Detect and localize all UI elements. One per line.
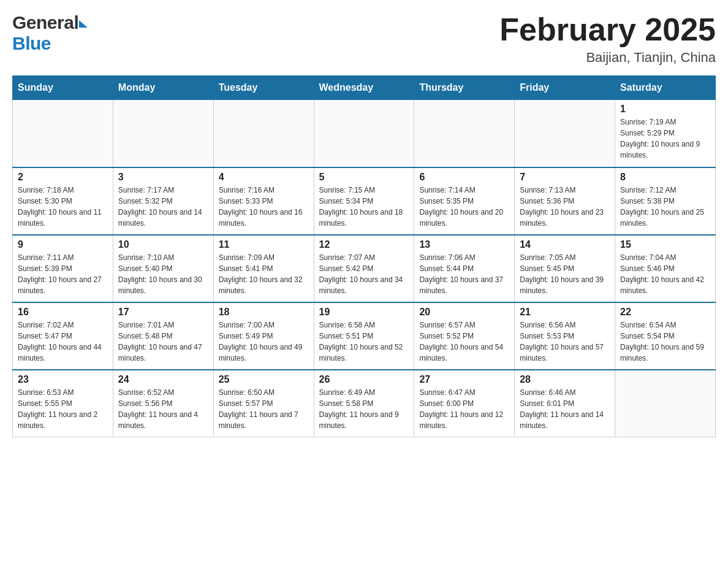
day-number: 17 — [118, 307, 208, 318]
day-number: 16 — [18, 307, 108, 318]
day-number: 4 — [219, 172, 309, 183]
week-row-2: 2Sunrise: 7:18 AM Sunset: 5:30 PM Daylig… — [13, 167, 716, 235]
calendar-cell — [113, 100, 213, 167]
weekday-header-tuesday: Tuesday — [213, 76, 314, 100]
calendar-cell: 3Sunrise: 7:17 AM Sunset: 5:32 PM Daylig… — [113, 167, 213, 235]
weekday-header-thursday: Thursday — [414, 76, 515, 100]
calendar-cell: 15Sunrise: 7:04 AM Sunset: 5:46 PM Dayli… — [615, 235, 716, 302]
day-number: 9 — [18, 239, 108, 250]
calendar-table: SundayMondayTuesdayWednesdayThursdayFrid… — [12, 75, 716, 437]
day-info: Sunrise: 7:17 AM Sunset: 5:32 PM Dayligh… — [118, 185, 208, 229]
location-title: Baijian, Tianjin, China — [499, 50, 716, 66]
day-number: 5 — [319, 172, 409, 183]
calendar-cell: 27Sunrise: 6:47 AM Sunset: 6:00 PM Dayli… — [414, 370, 515, 437]
calendar-cell: 9Sunrise: 7:11 AM Sunset: 5:39 PM Daylig… — [13, 235, 113, 302]
day-number: 3 — [118, 172, 208, 183]
day-info: Sunrise: 6:52 AM Sunset: 5:56 PM Dayligh… — [118, 387, 208, 431]
day-info: Sunrise: 7:06 AM Sunset: 5:44 PM Dayligh… — [419, 252, 509, 296]
week-row-4: 16Sunrise: 7:02 AM Sunset: 5:47 PM Dayli… — [13, 302, 716, 370]
calendar-cell: 7Sunrise: 7:13 AM Sunset: 5:36 PM Daylig… — [515, 167, 615, 235]
day-info: Sunrise: 7:13 AM Sunset: 5:36 PM Dayligh… — [520, 185, 610, 229]
day-info: Sunrise: 7:04 AM Sunset: 5:46 PM Dayligh… — [620, 252, 710, 296]
day-number: 20 — [419, 307, 509, 318]
calendar-cell: 12Sunrise: 7:07 AM Sunset: 5:42 PM Dayli… — [314, 235, 414, 302]
day-number: 12 — [319, 239, 409, 250]
calendar-cell: 20Sunrise: 6:57 AM Sunset: 5:52 PM Dayli… — [414, 302, 515, 370]
day-number: 24 — [118, 374, 208, 385]
weekday-header-row: SundayMondayTuesdayWednesdayThursdayFrid… — [13, 76, 716, 100]
day-number: 25 — [219, 374, 309, 385]
day-number: 8 — [620, 172, 710, 183]
weekday-header-sunday: Sunday — [13, 76, 113, 100]
calendar-cell: 5Sunrise: 7:15 AM Sunset: 5:34 PM Daylig… — [314, 167, 414, 235]
calendar-cell: 13Sunrise: 7:06 AM Sunset: 5:44 PM Dayli… — [414, 235, 515, 302]
logo-blue: Blue — [12, 33, 51, 54]
day-number: 1 — [620, 104, 710, 115]
month-title: February 2025 — [499, 12, 716, 47]
calendar-cell — [13, 100, 113, 167]
day-info: Sunrise: 6:58 AM Sunset: 5:51 PM Dayligh… — [319, 320, 409, 364]
day-info: Sunrise: 6:53 AM Sunset: 5:55 PM Dayligh… — [18, 387, 108, 431]
calendar-cell: 24Sunrise: 6:52 AM Sunset: 5:56 PM Dayli… — [113, 370, 213, 437]
day-number: 22 — [620, 307, 710, 318]
logo: General Blue — [12, 12, 88, 54]
day-info: Sunrise: 6:46 AM Sunset: 6:01 PM Dayligh… — [520, 387, 610, 431]
calendar-cell: 8Sunrise: 7:12 AM Sunset: 5:38 PM Daylig… — [615, 167, 716, 235]
calendar-cell: 16Sunrise: 7:02 AM Sunset: 5:47 PM Dayli… — [13, 302, 113, 370]
title-block: February 2025 Baijian, Tianjin, China — [499, 12, 716, 66]
day-number: 7 — [520, 172, 610, 183]
day-number: 14 — [520, 239, 610, 250]
calendar-cell: 23Sunrise: 6:53 AM Sunset: 5:55 PM Dayli… — [13, 370, 113, 437]
day-info: Sunrise: 6:57 AM Sunset: 5:52 PM Dayligh… — [419, 320, 509, 364]
weekday-header-wednesday: Wednesday — [314, 76, 414, 100]
calendar-cell: 6Sunrise: 7:14 AM Sunset: 5:35 PM Daylig… — [414, 167, 515, 235]
day-info: Sunrise: 7:11 AM Sunset: 5:39 PM Dayligh… — [18, 252, 108, 296]
day-info: Sunrise: 7:00 AM Sunset: 5:49 PM Dayligh… — [219, 320, 309, 364]
calendar-cell — [213, 100, 314, 167]
day-info: Sunrise: 7:19 AM Sunset: 5:29 PM Dayligh… — [620, 117, 710, 161]
day-number: 13 — [419, 239, 509, 250]
calendar-cell: 4Sunrise: 7:16 AM Sunset: 5:33 PM Daylig… — [213, 167, 314, 235]
day-info: Sunrise: 7:02 AM Sunset: 5:47 PM Dayligh… — [18, 320, 108, 364]
calendar-cell — [615, 370, 716, 437]
day-info: Sunrise: 7:01 AM Sunset: 5:48 PM Dayligh… — [118, 320, 208, 364]
calendar-cell: 17Sunrise: 7:01 AM Sunset: 5:48 PM Dayli… — [113, 302, 213, 370]
day-number: 2 — [18, 172, 108, 183]
day-number: 28 — [520, 374, 610, 385]
day-info: Sunrise: 7:15 AM Sunset: 5:34 PM Dayligh… — [319, 185, 409, 229]
day-number: 18 — [219, 307, 309, 318]
week-row-5: 23Sunrise: 6:53 AM Sunset: 5:55 PM Dayli… — [13, 370, 716, 437]
calendar-cell — [414, 100, 515, 167]
day-number: 23 — [18, 374, 108, 385]
calendar-cell: 22Sunrise: 6:54 AM Sunset: 5:54 PM Dayli… — [615, 302, 716, 370]
calendar-cell — [314, 100, 414, 167]
day-number: 27 — [419, 374, 509, 385]
day-info: Sunrise: 7:16 AM Sunset: 5:33 PM Dayligh… — [219, 185, 309, 229]
weekday-header-monday: Monday — [113, 76, 213, 100]
calendar-cell — [515, 100, 615, 167]
logo-general: General — [12, 12, 78, 33]
day-info: Sunrise: 7:07 AM Sunset: 5:42 PM Dayligh… — [319, 252, 409, 296]
day-info: Sunrise: 6:56 AM Sunset: 5:53 PM Dayligh… — [520, 320, 610, 364]
day-info: Sunrise: 7:18 AM Sunset: 5:30 PM Dayligh… — [18, 185, 108, 229]
week-row-3: 9Sunrise: 7:11 AM Sunset: 5:39 PM Daylig… — [13, 235, 716, 302]
day-number: 6 — [419, 172, 509, 183]
calendar-cell: 28Sunrise: 6:46 AM Sunset: 6:01 PM Dayli… — [515, 370, 615, 437]
calendar-cell: 14Sunrise: 7:05 AM Sunset: 5:45 PM Dayli… — [515, 235, 615, 302]
calendar-cell: 21Sunrise: 6:56 AM Sunset: 5:53 PM Dayli… — [515, 302, 615, 370]
calendar-cell: 2Sunrise: 7:18 AM Sunset: 5:30 PM Daylig… — [13, 167, 113, 235]
day-info: Sunrise: 7:10 AM Sunset: 5:40 PM Dayligh… — [118, 252, 208, 296]
page-header: General Blue February 2025 Baijian, Tian… — [12, 12, 716, 66]
calendar-cell: 10Sunrise: 7:10 AM Sunset: 5:40 PM Dayli… — [113, 235, 213, 302]
day-info: Sunrise: 7:12 AM Sunset: 5:38 PM Dayligh… — [620, 185, 710, 229]
weekday-header-saturday: Saturday — [615, 76, 716, 100]
week-row-1: 1Sunrise: 7:19 AM Sunset: 5:29 PM Daylig… — [13, 100, 716, 167]
calendar-cell: 19Sunrise: 6:58 AM Sunset: 5:51 PM Dayli… — [314, 302, 414, 370]
day-number: 21 — [520, 307, 610, 318]
calendar-cell: 26Sunrise: 6:49 AM Sunset: 5:58 PM Dayli… — [314, 370, 414, 437]
day-info: Sunrise: 6:47 AM Sunset: 6:00 PM Dayligh… — [419, 387, 509, 431]
day-number: 15 — [620, 239, 710, 250]
day-number: 26 — [319, 374, 409, 385]
day-info: Sunrise: 6:49 AM Sunset: 5:58 PM Dayligh… — [319, 387, 409, 431]
day-info: Sunrise: 7:05 AM Sunset: 5:45 PM Dayligh… — [520, 252, 610, 296]
